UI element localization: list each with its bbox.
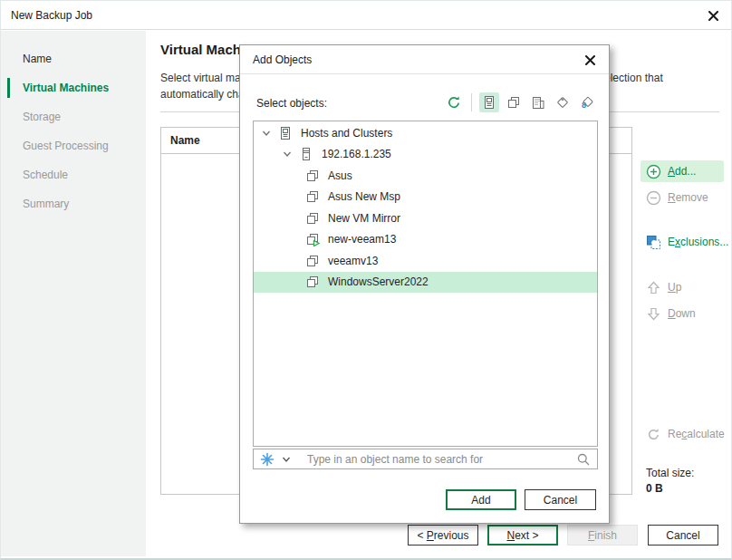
total-size-label: Total size:: [646, 467, 694, 479]
remove-label: Remove: [668, 191, 708, 204]
dialog-title-bar: Add Objects: [240, 45, 609, 74]
close-icon[interactable]: [706, 8, 720, 23]
view-toolbar: 8: [444, 91, 597, 114]
chevron-down-icon[interactable]: [259, 126, 274, 140]
dialog-title: Add Objects: [253, 53, 312, 66]
add-label: Add...: [668, 165, 696, 178]
tree-label: WindowsServer2022: [328, 275, 429, 288]
vm-running-icon: [305, 232, 320, 246]
add-button[interactable]: Add...: [640, 160, 724, 182]
previous-button[interactable]: < Previous: [408, 525, 478, 546]
tree-label: Asus New Msp: [328, 190, 400, 203]
tree-row-vm[interactable]: Asus: [254, 165, 597, 187]
down-label: Down: [668, 307, 696, 320]
datastores-view-icon[interactable]: [528, 92, 548, 112]
vm-icon: [305, 169, 320, 183]
tree-label: 192.168.1.235: [322, 148, 391, 160]
sidebar-item-name[interactable]: Name: [1, 44, 146, 73]
arrow-up-icon: [646, 280, 661, 295]
tree-label: veeamv13: [328, 255, 378, 267]
object-tree: Hosts and Clusters 192.168.1.235 Asus As…: [253, 121, 598, 447]
tree-label: new-veeam13: [328, 233, 396, 246]
vm-icon: [305, 189, 320, 204]
up-button: Up: [640, 276, 687, 298]
wildcard-star-icon: [260, 452, 274, 467]
tree-row-vm-running[interactable]: new-veeam13: [254, 229, 597, 251]
tree-row-vm[interactable]: veeamv13: [254, 250, 597, 272]
wizard-steps-sidebar: Name Virtual Machines Storage Guest Proc…: [1, 31, 146, 556]
exclusions-label: Exclusions...: [668, 236, 728, 248]
finish-button: Finish: [567, 525, 638, 546]
vm-icon: [305, 254, 320, 268]
refresh-icon: [646, 427, 661, 442]
search-icon[interactable]: [576, 452, 591, 467]
vm-icon: [305, 275, 320, 289]
hosts-view-icon[interactable]: [479, 92, 499, 112]
minus-circle-icon: [646, 190, 661, 206]
arrow-down-icon: [646, 306, 661, 322]
dialog-cancel-button[interactable]: Cancel: [525, 489, 596, 510]
recalculate-button: Recalculate: [640, 423, 730, 445]
refresh-icon[interactable]: [444, 92, 464, 112]
chevron-down-icon[interactable]: [280, 147, 294, 161]
remove-button: Remove: [640, 187, 714, 208]
multi-tag-view-icon[interactable]: 8: [577, 92, 597, 112]
next-button[interactable]: Next >: [487, 525, 558, 546]
sidebar-item-storage[interactable]: Storage: [1, 102, 146, 131]
plus-circle-icon: [646, 164, 661, 179]
dialog-add-button[interactable]: Add: [446, 489, 516, 510]
tag-view-icon[interactable]: [553, 92, 573, 112]
cancel-button[interactable]: Cancel: [648, 525, 718, 546]
add-objects-dialog: Add Objects Select objects:: [239, 44, 610, 524]
svg-text:8: 8: [582, 101, 586, 110]
new-backup-job-window: New Backup Job Name Virtual Machines Sto…: [0, 0, 732, 560]
tree-row-vm[interactable]: Asus New Msp: [254, 187, 597, 208]
select-objects-label: Select objects:: [256, 97, 327, 110]
tree-row-vm-selected[interactable]: WindowsServer2022: [254, 272, 597, 294]
toolbar-divider: [471, 93, 472, 111]
tree-label: Asus: [328, 169, 352, 182]
server-icon: [299, 147, 313, 161]
sidebar-item-schedule[interactable]: Schedule: [1, 160, 146, 189]
sidebar-item-guest-processing[interactable]: Guest Processing: [1, 131, 146, 160]
window-title: New Backup Job: [11, 9, 92, 22]
tree-row-host[interactable]: 192.168.1.235: [254, 144, 597, 166]
dialog-close-icon[interactable]: [583, 53, 597, 67]
sidebar-item-summary[interactable]: Summary: [1, 189, 146, 218]
title-bar: New Backup Job: [1, 1, 731, 30]
search-bar: [253, 449, 598, 469]
tree-row-hosts-and-clusters[interactable]: Hosts and Clusters: [254, 122, 597, 144]
exclusions-icon: [646, 235, 661, 250]
vms-templates-view-icon[interactable]: [504, 92, 524, 112]
total-size-value: 0 B: [646, 482, 663, 495]
up-label: Up: [668, 281, 681, 294]
search-input[interactable]: [307, 453, 576, 466]
recalculate-label: Recalculate: [668, 428, 725, 440]
host-group-icon: [278, 126, 293, 140]
tree-row-vm[interactable]: New VM Mirror: [254, 208, 597, 229]
vm-icon: [305, 211, 320, 226]
tree-label: Hosts and Clusters: [301, 127, 392, 140]
tree-label: New VM Mirror: [328, 212, 400, 225]
chevron-down-icon[interactable]: [281, 454, 292, 465]
down-button: Down: [640, 303, 701, 324]
sidebar-item-virtual-machines[interactable]: Virtual Machines: [1, 73, 146, 102]
exclusions-button[interactable]: Exclusions...: [640, 231, 732, 253]
